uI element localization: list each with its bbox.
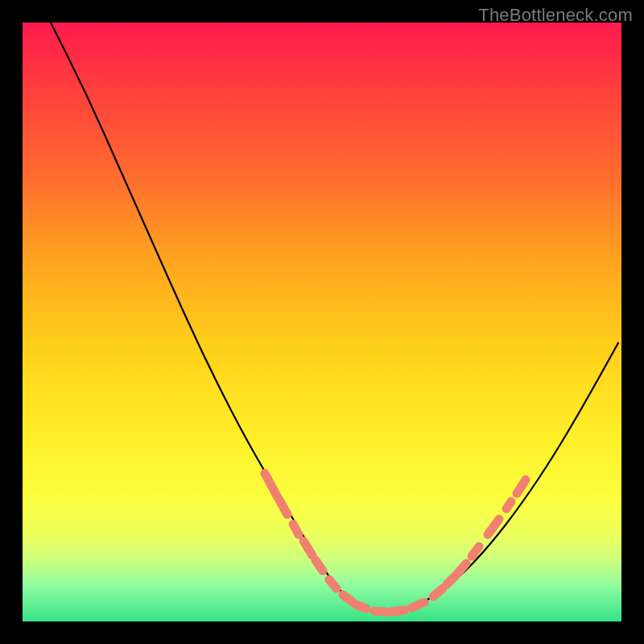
highlight-dash [447, 576, 455, 584]
highlight-dash [374, 611, 386, 612]
highlight-dash [329, 580, 336, 588]
highlight-dash [343, 595, 353, 602]
highlight-dash [293, 524, 299, 535]
highlight-dash [506, 502, 511, 509]
bottleneck-curve [51, 23, 618, 612]
highlight-dash [411, 602, 424, 608]
highlight-dash [433, 588, 443, 597]
highlight-dash [472, 547, 479, 556]
highlight-dash [391, 610, 404, 612]
highlight-dash [265, 473, 278, 497]
highlight-dash [356, 605, 366, 609]
highlight-dash [279, 500, 287, 514]
highlight-dash [488, 519, 499, 535]
highlight-dash [517, 480, 526, 493]
watermark-text: TheBottleneck.com [478, 5, 633, 26]
plot-area [23, 23, 621, 621]
highlight-dash [316, 560, 323, 571]
highlight-dashes-group [265, 473, 526, 612]
chart-svg [23, 23, 621, 621]
highlight-dash [303, 541, 312, 555]
